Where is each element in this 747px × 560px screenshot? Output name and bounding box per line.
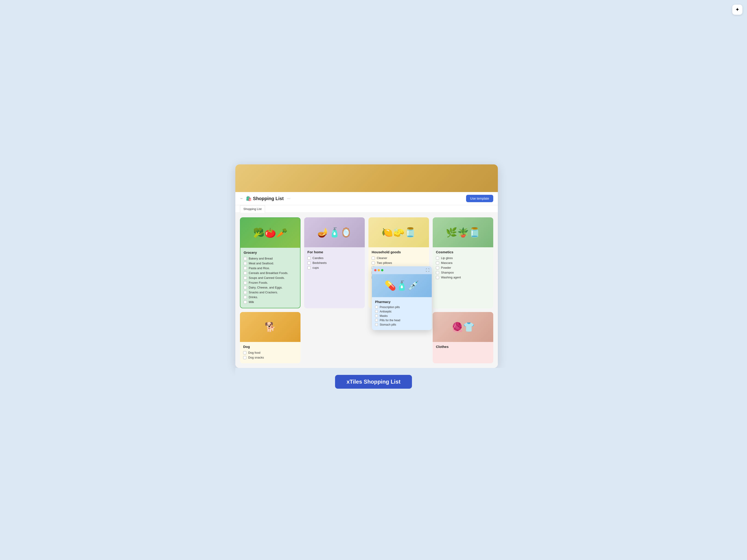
checkbox[interactable] [436, 276, 439, 279]
checkbox[interactable] [307, 256, 311, 260]
household-image: 🍋🧽🫙 [368, 218, 429, 247]
list-item: Antiseptic [375, 310, 429, 313]
card-grocery: 🥦🍅🥕 Grocery Bakery and Bread Meat and Se… [240, 218, 301, 308]
checkbox[interactable] [243, 281, 247, 284]
checkbox[interactable] [372, 256, 375, 260]
app-name-bar: xTiles Shopping List [235, 368, 512, 396]
card-for-home: 🪔🧴🪞 For home Candles Bedsheets cups [304, 218, 365, 308]
card-cosmetics: 🌿🪴🫙 Cosmetics Lip gloss Mascara Powder S… [433, 218, 493, 308]
list-item: Snacks and Crackers. [243, 290, 297, 294]
list-item: Dog food [243, 351, 297, 354]
pharmacy-popup: ⛶ 💊🧴💉 Pharmacy Prescription pills Antise… [372, 266, 432, 330]
tab-shopping-list[interactable]: Shopping List [240, 205, 265, 213]
checkbox[interactable] [375, 319, 378, 322]
for-home-image: 🪔🧴🪞 [304, 218, 365, 247]
popup-header: ⛶ [372, 266, 432, 274]
pharmacy-popup-body: Pharmacy Prescription pills Antiseptic M… [372, 297, 432, 330]
list-item: Stomach pills [375, 323, 429, 326]
list-item: Frozen Foods. [243, 281, 297, 284]
list-item: Prescription pills [375, 305, 429, 309]
checkbox[interactable] [375, 314, 378, 317]
checkbox[interactable] [243, 257, 247, 260]
list-item: Shampoo [436, 271, 490, 274]
main-content: 🥦🍅🥕 Grocery Bakery and Bread Meat and Se… [235, 213, 498, 368]
list-item: Pasta and Rice. [243, 266, 297, 270]
more-menu-button[interactable]: ··· [287, 196, 290, 201]
list-item: Lip gloss [436, 256, 490, 260]
checkbox[interactable] [243, 262, 247, 265]
popup-close-dot[interactable] [374, 269, 377, 271]
for-home-title: For home [307, 250, 362, 254]
checkbox[interactable] [243, 351, 247, 354]
checkbox[interactable] [375, 323, 378, 326]
list-item: Pills for the head [375, 319, 429, 322]
checkbox[interactable] [375, 310, 378, 313]
cosmetics-title: Cosmetics [436, 250, 490, 254]
list-item: Milk [243, 300, 297, 304]
dog-image: 🐕 [240, 312, 301, 342]
list-item: Two pillows [372, 261, 426, 264]
card-dog: 🐕 Dog Dog food Dog snacks [240, 312, 301, 363]
page-title: 🛍️ Shopping List [246, 196, 284, 201]
checkbox[interactable] [243, 272, 247, 275]
checkbox[interactable] [243, 276, 247, 280]
checkbox[interactable] [436, 266, 439, 270]
list-item: Drinks. [243, 296, 297, 299]
checkbox[interactable] [243, 286, 247, 289]
app-name-badge: xTiles Shopping List [335, 375, 412, 389]
list-item: Masks [375, 314, 429, 317]
grocery-title: Grocery [243, 251, 297, 254]
list-item: Bedsheets [307, 261, 362, 264]
list-item: Washing agent [436, 276, 490, 279]
clothes-image: 🧶👕 [433, 312, 493, 342]
use-template-button[interactable]: Use template [466, 195, 493, 202]
checkbox[interactable] [436, 256, 439, 260]
tabs-bar: Shopping List [235, 205, 498, 213]
list-item: Dairy, Cheese, and Eggs. [243, 286, 297, 289]
card-clothes: 🧶👕 Clothes [433, 312, 493, 363]
list-item: Bakery and Bread [243, 257, 297, 260]
list-item: Powder [436, 266, 490, 270]
household-title: Household goods [372, 250, 426, 254]
popup-controls [374, 269, 383, 271]
list-item: Mascara [436, 261, 490, 264]
dog-title: Dog [243, 345, 297, 349]
list-item: Cereals and Breakfast Foods. [243, 271, 297, 275]
checkbox[interactable] [307, 266, 311, 270]
header-banner [235, 164, 498, 192]
checkbox[interactable] [243, 291, 247, 294]
clothes-title: Clothes [436, 345, 490, 349]
top-bar: ← 🛍️ Shopping List ··· Use template [235, 192, 498, 205]
pharmacy-title: Pharmacy [375, 300, 429, 304]
cards-grid: 🥦🍅🥕 Grocery Bakery and Bread Meat and Se… [240, 218, 493, 363]
checkbox[interactable] [372, 261, 375, 264]
back-button[interactable]: ← [240, 197, 243, 201]
popup-maximize-dot[interactable] [381, 269, 383, 271]
list-item: Meat and Seafood. [243, 261, 297, 265]
empty-slot-2 [304, 312, 365, 363]
list-item: cups [307, 266, 362, 270]
grocery-image: 🥦🍅🥕 [240, 218, 300, 248]
checkbox[interactable] [375, 306, 378, 308]
corner-icon: ✦ [732, 5, 742, 15]
checkbox[interactable] [243, 266, 247, 270]
list-item: Candles [307, 256, 362, 260]
list-item: Cleaner [372, 256, 426, 260]
checkbox[interactable] [436, 271, 439, 274]
checkbox[interactable] [307, 261, 311, 264]
list-item: Dog snacks [243, 356, 297, 359]
checkbox[interactable] [243, 356, 247, 359]
checkbox[interactable] [436, 261, 439, 264]
checkbox[interactable] [243, 301, 247, 304]
popup-expand-icon[interactable]: ⛶ [426, 268, 430, 272]
top-bar-left: ← 🛍️ Shopping List ··· [240, 196, 290, 201]
cosmetics-image: 🌿🪴🫙 [433, 218, 493, 247]
popup-minimize-dot[interactable] [378, 269, 380, 271]
list-item: Soups and Canned Goods. [243, 276, 297, 280]
pharmacy-image: 💊🧴💉 [372, 274, 432, 297]
checkbox[interactable] [243, 296, 247, 299]
app-window: ← 🛍️ Shopping List ··· Use template Shop… [235, 164, 498, 368]
